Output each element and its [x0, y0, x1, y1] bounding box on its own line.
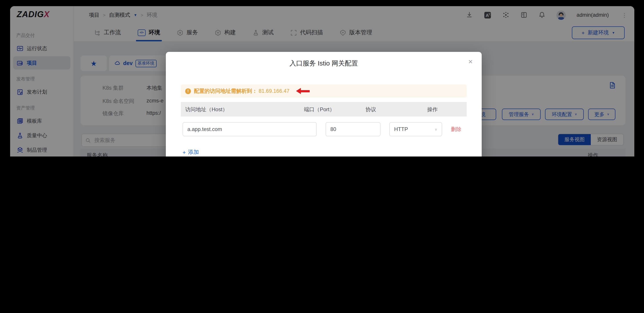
host-column: 访问地址（Host）	[185, 106, 228, 113]
warning-icon: !	[185, 88, 191, 94]
annotation-arrow-icon	[296, 88, 310, 94]
close-icon[interactable]: ✕	[468, 58, 473, 65]
delete-row-link[interactable]: 删除	[451, 126, 462, 133]
port-column: 端口（Port）	[304, 106, 335, 113]
warning-text: 配置的访问地址需解析到：	[194, 87, 257, 95]
host-input[interactable]	[182, 122, 317, 136]
warning-ip: 81.69.166.47	[259, 88, 290, 94]
chevron-down-icon: ∨	[434, 127, 437, 131]
warning-banner: ! 配置的访问地址需解析到：81.69.166.47	[181, 84, 467, 98]
protocol-column: 协议	[366, 106, 376, 113]
protocol-select[interactable]: HTTP ∨	[389, 122, 442, 136]
gateway-table-header: 访问地址（Host） 端口（Port） 协议 操作	[181, 102, 467, 116]
app-window: ZADIGX 产品交付 运行状态 PM 项目 发布管理 发布计划 资产管理 模板…	[10, 6, 634, 156]
modal-title: 入口服务 Istio 网关配置	[166, 59, 482, 68]
operation-column: 操作	[427, 106, 438, 113]
istio-gateway-modal: 入口服务 Istio 网关配置 ✕ ! 配置的访问地址需解析到：81.69.16…	[166, 52, 482, 156]
plus-icon: +	[182, 149, 186, 155]
protocol-value: HTTP	[394, 126, 408, 132]
port-input[interactable]	[326, 122, 380, 136]
screen: ZADIGX 产品交付 运行状态 PM 项目 发布管理 发布计划 资产管理 模板…	[0, 0, 644, 156]
add-row-link[interactable]: + 添加	[182, 149, 199, 156]
add-label: 添加	[188, 149, 199, 156]
